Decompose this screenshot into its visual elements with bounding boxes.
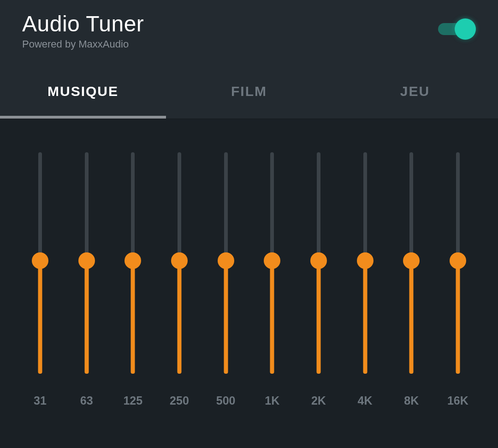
eq-slider-31[interactable] [24,152,56,374]
slider-fill [177,259,181,374]
freq-label: 1K [256,394,288,407]
slider-thumb [32,252,48,269]
slider-thumb [310,252,327,269]
slider-fill [131,259,135,374]
eq-slider-16k[interactable] [442,152,474,374]
slider-fill [84,259,89,374]
eq-slider-125[interactable] [117,152,149,374]
header: Audio Tuner Powered by MaxxAudio [0,0,498,63]
slider-fill [363,259,367,374]
page-subtitle: Powered by MaxxAudio [22,38,144,50]
slider-thumb [218,252,234,269]
tab-film[interactable]: FILM [166,63,332,119]
slider-thumb [450,252,466,269]
slider-thumb [264,252,280,269]
eq-slider-63[interactable] [71,152,103,374]
equalizer-panel: 31 63 125 250 500 1K 2K 4K 8K 16K [0,119,498,407]
freq-label: 8K [395,394,427,407]
title-block: Audio Tuner Powered by MaxxAudio [22,11,144,50]
tabs: MUSIQUE FILM JEU [0,63,498,119]
freq-label: 500 [210,394,242,407]
toggle-thumb [455,18,476,40]
eq-slider-500[interactable] [210,152,242,374]
enable-toggle[interactable] [438,21,472,37]
tab-jeu[interactable]: JEU [332,63,498,119]
slider-thumb [403,252,420,269]
slider-fill [38,259,42,374]
slider-fill [316,259,320,374]
slider-fill [224,259,228,374]
slider-fill [270,259,274,374]
slider-fill [409,259,414,374]
slider-thumb [78,252,95,269]
slider-thumb [357,252,374,269]
sliders-row [24,152,474,374]
tab-musique[interactable]: MUSIQUE [0,63,166,119]
freq-label: 250 [163,394,196,407]
freq-label: 16K [442,394,474,407]
eq-slider-2k[interactable] [302,152,335,374]
slider-thumb [171,252,188,269]
eq-slider-250[interactable] [163,152,196,374]
eq-slider-8k[interactable] [395,152,427,374]
eq-slider-1k[interactable] [256,152,288,374]
slider-fill [456,259,460,374]
eq-slider-4k[interactable] [349,152,381,374]
page-title: Audio Tuner [22,11,144,36]
freq-label: 31 [24,394,56,407]
freq-label: 2K [302,394,335,407]
slider-thumb [125,252,141,269]
freq-label: 63 [71,394,103,407]
freq-label: 125 [117,394,149,407]
freq-labels-row: 31 63 125 250 500 1K 2K 4K 8K 16K [24,394,474,407]
freq-label: 4K [349,394,381,407]
